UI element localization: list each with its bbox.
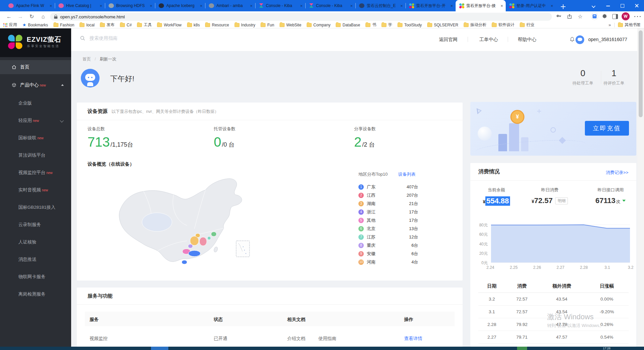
- tab-close-icon[interactable]: ×: [450, 3, 454, 8]
- bookmark-other[interactable]: 其他书签: [618, 22, 641, 28]
- browser-tab[interactable]: 萤石开放平台-接×: [456, 0, 506, 11]
- bookmark-folder[interactable]: 发布: [100, 22, 115, 28]
- region-row[interactable]: 2江西207台: [358, 191, 418, 199]
- forward-icon[interactable]: →: [16, 11, 25, 22]
- share-icon[interactable]: [566, 12, 574, 20]
- bookmark-star-icon[interactable]: ☆: [576, 12, 584, 20]
- reload-icon[interactable]: ↻: [27, 11, 36, 22]
- tab-close-icon[interactable]: ×: [349, 3, 353, 8]
- window-minimize-icon[interactable]: [601, 0, 615, 11]
- region-row[interactable]: 10河南4台: [358, 258, 418, 266]
- page-scrollbar[interactable]: [637, 28, 644, 347]
- bookmark-folder[interactable]: C#: [120, 23, 132, 27]
- tab-close-icon[interactable]: ×: [249, 3, 253, 8]
- region-row[interactable]: 5其他17台: [358, 216, 418, 224]
- username[interactable]: open_3581616077: [588, 37, 627, 42]
- chevron-down-icon[interactable]: [60, 119, 63, 122]
- browser-menu-kebab-icon[interactable]: [633, 12, 641, 20]
- sidebar-item-人证核验[interactable]: 人证核验: [0, 233, 71, 251]
- service-doc-link[interactable]: 使用指南: [318, 336, 336, 342]
- bookmark-folder[interactable]: 书: [365, 22, 376, 28]
- consumption-records-link[interactable]: 消费记录>>: [606, 170, 628, 176]
- region-row[interactable]: 9安徽6台: [358, 249, 418, 258]
- profile-avatar[interactable]: W: [622, 12, 630, 20]
- bookmark-folder[interactable]: Industry: [234, 23, 256, 27]
- bookmark-folder[interactable]: 振动分析: [464, 22, 486, 28]
- window-close-icon[interactable]: [630, 0, 644, 11]
- service-detail-link[interactable]: 查看详情: [404, 336, 422, 342]
- windows-taskbar[interactable]: 17:28: [0, 347, 644, 350]
- bookmark-apps[interactable]: 应用: [3, 22, 17, 28]
- bookmark-folder[interactable]: SQLSERVER: [427, 23, 458, 27]
- browser-tab[interactable]: Console - Kiba×: [305, 0, 355, 11]
- bookmark-folder[interactable]: Company: [307, 23, 330, 27]
- recharge-button[interactable]: 立即充值: [585, 121, 629, 136]
- browser-tab[interactable]: 萤石云控制台_E×: [355, 0, 406, 11]
- sidebar-item-轻应用[interactable]: 轻应用new: [0, 112, 71, 129]
- side-panel-icon[interactable]: [611, 12, 619, 20]
- bookmark-folder[interactable]: Fun: [261, 23, 274, 27]
- bookmark-folder[interactable]: Fashion: [53, 23, 74, 27]
- bookmark-folder[interactable]: 行业: [520, 22, 534, 28]
- home-icon[interactable]: ⌂: [39, 11, 47, 22]
- browser-tab[interactable]: Ambari - amba×: [205, 0, 255, 11]
- url-text[interactable]: open.ys7.com/console/home.html: [60, 14, 125, 19]
- sidebar-item-企业版[interactable]: 企业版: [0, 95, 71, 112]
- bookmarks-overflow-icon[interactable]: »: [609, 22, 611, 27]
- scrollbar-thumb[interactable]: [639, 30, 643, 117]
- tab-close-icon[interactable]: ×: [99, 3, 103, 8]
- tab-close-icon[interactable]: ×: [149, 3, 153, 8]
- tab-close-icon[interactable]: ×: [49, 3, 53, 8]
- bookmark-folder[interactable]: 学: [381, 22, 392, 28]
- link-ticket-center[interactable]: 工单中心: [479, 37, 498, 43]
- tab-close-icon[interactable]: ×: [299, 3, 303, 8]
- detail-tag-button[interactable]: 明细: [555, 197, 568, 204]
- notification-bell-icon[interactable]: [569, 36, 575, 44]
- taskbar-app-green[interactable]: [517, 347, 527, 350]
- region-row[interactable]: 4浙江17台: [358, 208, 418, 216]
- link-official-site[interactable]: 返回官网: [439, 37, 458, 43]
- sidebar-item-算法训练平台[interactable]: 算法训练平台: [0, 147, 71, 164]
- browser-tab[interactable]: Hive Catalog |×: [55, 0, 105, 11]
- bookmark-bookmarks[interactable]: ★Bookmarks: [22, 22, 48, 27]
- password-key-icon[interactable]: [555, 12, 563, 20]
- browser-menu-chevron-icon[interactable]: [587, 0, 601, 11]
- sidebar-item-消息推送[interactable]: 消息推送: [0, 251, 71, 268]
- dropdown-triangle-icon[interactable]: [622, 200, 626, 202]
- bookmark-folder[interactable]: DataBase: [336, 23, 360, 27]
- breadcrumb-home[interactable]: 首页: [83, 57, 91, 61]
- browser-tab[interactable]: 萤石开放平台-开×: [406, 0, 456, 11]
- bookmark-folder[interactable]: WorkFlow: [157, 23, 181, 27]
- sidebar-item-实时音视频[interactable]: 实时音视频new: [0, 181, 71, 199]
- collapse-arrow-icon[interactable]: [61, 84, 64, 86]
- bookmark-folder[interactable]: local: [79, 23, 95, 27]
- sidebar-item-云录制服务[interactable]: 云录制服务: [0, 216, 71, 233]
- back-icon[interactable]: ←: [5, 11, 13, 22]
- tab-close-icon[interactable]: ×: [399, 3, 404, 8]
- tab-close-icon[interactable]: ×: [550, 3, 554, 8]
- sidebar-item-国标级联[interactable]: 国标级联new: [0, 129, 71, 147]
- bookmark-folder[interactable]: Resource: [205, 23, 229, 27]
- service-doc-link[interactable]: 介绍文档: [287, 336, 305, 342]
- tab-close-icon[interactable]: ×: [199, 3, 203, 8]
- taskbar-app-blue[interactable]: [151, 347, 168, 350]
- bookmark-folder[interactable]: ToolStudy: [397, 23, 422, 27]
- browser-tab[interactable]: 登录-用户认证中×: [506, 0, 556, 11]
- link-help-center[interactable]: 帮助中心: [518, 37, 536, 43]
- region-row[interactable]: 1广东407台: [358, 183, 418, 191]
- browser-tab[interactable]: Browsing HDFS×: [105, 0, 155, 11]
- region-row[interactable]: 8重庆6台: [358, 241, 418, 249]
- user-avatar[interactable]: [576, 35, 584, 44]
- translate-icon[interactable]: [591, 12, 599, 20]
- sidebar-item-离岗检测服务[interactable]: 离岗检测服务: [0, 286, 71, 303]
- sidebar-item-视频监控平台[interactable]: 视频监控平台new: [0, 164, 71, 181]
- tab-close-icon[interactable]: ×: [500, 3, 504, 8]
- search-input[interactable]: [89, 35, 190, 41]
- browser-tab[interactable]: Apache Flink W×: [5, 0, 55, 11]
- extensions-puzzle-icon[interactable]: [601, 12, 609, 20]
- browser-tab[interactable]: Apache Iceberg×: [155, 0, 205, 11]
- sidebar-item-product-center[interactable]: 产品中心 new: [0, 78, 71, 92]
- address-bar[interactable]: open.ys7.com/console/home.html: [50, 13, 552, 21]
- bookmark-folder[interactable]: WebSite: [280, 23, 301, 27]
- new-tab-button[interactable]: [558, 2, 568, 11]
